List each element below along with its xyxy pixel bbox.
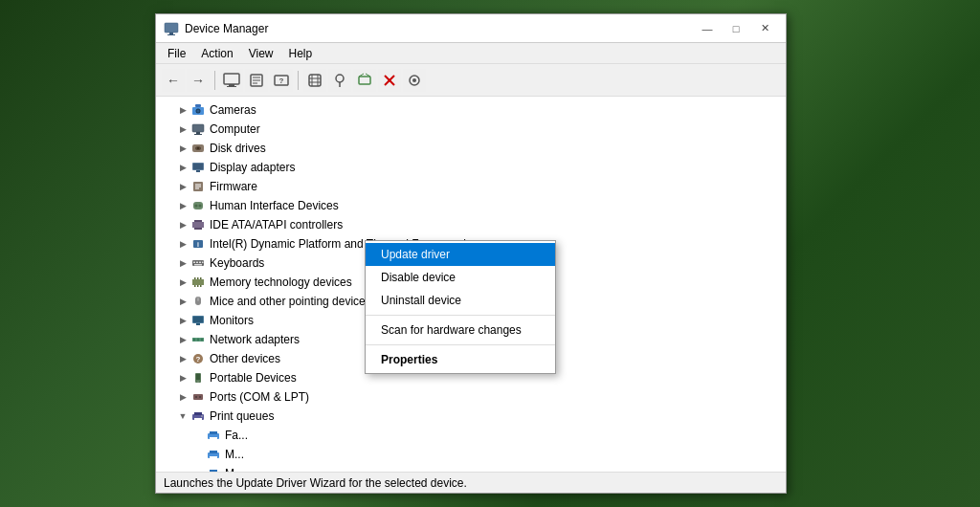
menu-action[interactable]: Action (193, 45, 240, 62)
window-controls: — □ ✕ (694, 18, 778, 39)
tree-item-print-1[interactable]: ▶ Fa... (156, 426, 786, 445)
svg-rect-32 (194, 134, 202, 135)
tree-item-ports[interactable]: ▶ Ports (COM & LPT) (156, 387, 786, 407)
computer-button[interactable] (220, 69, 243, 92)
icon-firmware (190, 179, 206, 194)
tree-item-hid[interactable]: ▶ Human Interface Devices (156, 196, 786, 215)
svg-point-80 (195, 396, 197, 398)
svg-rect-60 (200, 277, 202, 279)
title-bar: Device Manager — □ ✕ (156, 14, 786, 43)
expand-ports[interactable]: ▶ (175, 389, 190, 405)
menu-help[interactable]: Help (281, 45, 321, 62)
svg-rect-84 (194, 418, 202, 421)
svg-point-66 (197, 298, 199, 300)
label-computer: Computer (210, 122, 260, 136)
expand-monitors[interactable]: ▶ (175, 313, 190, 328)
ctx-scan-hardware[interactable]: Scan for hardware changes (366, 319, 555, 342)
icon-cameras (190, 102, 206, 118)
svg-rect-83 (194, 412, 202, 415)
ctx-properties[interactable]: Properties (366, 348, 555, 371)
scan-button[interactable] (353, 69, 376, 92)
icon-memory (190, 275, 206, 290)
icon-keyboards (190, 255, 206, 271)
expand-network[interactable]: ▶ (175, 332, 190, 347)
toolbar-separator-1 (214, 71, 215, 90)
svg-rect-88 (210, 437, 217, 440)
svg-rect-30 (192, 124, 204, 132)
label-monitors: Monitors (210, 314, 254, 327)
ctx-update-driver[interactable]: Update driver (366, 243, 555, 266)
icon-print-3 (206, 466, 221, 472)
icon-ide (190, 217, 206, 232)
icon-ports (190, 389, 206, 405)
expand-intel[interactable]: ▶ (175, 236, 190, 252)
svg-rect-46 (192, 222, 204, 228)
expand-memory[interactable]: ▶ (175, 275, 190, 290)
icon-print-2 (206, 447, 221, 462)
pin-button[interactable] (328, 69, 351, 92)
expand-display[interactable]: ▶ (175, 160, 190, 175)
tree-item-firmware[interactable]: ▶ Firmware (156, 177, 786, 196)
menu-view[interactable]: View (241, 45, 281, 62)
svg-point-72 (197, 339, 200, 342)
label-print-3: M... (225, 467, 244, 472)
svg-rect-68 (193, 317, 203, 322)
refresh-button[interactable] (303, 69, 326, 92)
expand-print[interactable]: ▼ (175, 408, 190, 424)
target-button[interactable] (403, 69, 426, 92)
expand-cameras[interactable]: ▶ (175, 102, 190, 118)
minimize-button[interactable]: — (694, 18, 721, 39)
svg-rect-37 (193, 164, 203, 169)
tree-item-print-3[interactable]: ▶ M... (156, 464, 786, 472)
tree-item-ide[interactable]: ▶ IDE ATA/ATAPI controllers (156, 215, 786, 234)
window-icon (164, 21, 179, 36)
label-network: Network adapters (210, 333, 300, 346)
close-button[interactable]: ✕ (751, 18, 778, 39)
forward-button[interactable]: → (187, 69, 210, 92)
svg-rect-58 (194, 277, 196, 279)
svg-rect-62 (197, 285, 199, 287)
ctx-disable-device[interactable]: Disable device (366, 266, 555, 289)
expand-portable[interactable]: ▶ (175, 370, 190, 386)
expand-computer[interactable]: ▶ (175, 121, 190, 137)
expand-firmware[interactable]: ▶ (175, 179, 190, 194)
svg-rect-55 (202, 262, 204, 264)
expand-mice[interactable]: ▶ (175, 294, 190, 309)
properties-button[interactable] (245, 69, 268, 92)
icon-intel: i (190, 236, 206, 252)
ctx-uninstall-device[interactable]: Uninstall device (366, 289, 555, 312)
expand-other[interactable]: ▶ (175, 351, 190, 366)
label-keyboards: Keyboards (210, 256, 264, 270)
tree-item-computer[interactable]: ▶ Computer (156, 120, 786, 139)
expand-keyboards[interactable]: ▶ (175, 255, 190, 271)
label-memory: Memory technology devices (210, 276, 352, 289)
back-button[interactable]: ← (162, 69, 185, 92)
expand-disk[interactable]: ▶ (175, 141, 190, 156)
svg-point-73 (201, 339, 204, 342)
svg-rect-4 (229, 84, 234, 86)
maximize-button[interactable]: □ (723, 18, 749, 39)
icon-display (190, 160, 206, 175)
icon-other: ? (190, 351, 206, 366)
label-display: Display adapters (210, 161, 295, 174)
icon-print-1 (206, 428, 221, 443)
tree-item-print[interactable]: ▼ Print queues (156, 407, 786, 426)
context-menu: Update driver Disable device Uninstall d… (365, 240, 556, 374)
tree-item-display[interactable]: ▶ Display adapters (156, 158, 786, 177)
label-print-1: Fa... (225, 429, 248, 442)
tree-item-cameras[interactable]: ▶ Cameras (156, 100, 786, 120)
menu-file[interactable]: File (160, 45, 193, 62)
status-bar: Launches the Update Driver Wizard for th… (156, 472, 786, 493)
label-ports: Ports (COM & LPT) (210, 390, 309, 404)
svg-rect-27 (195, 104, 201, 107)
label-portable: Portable Devices (210, 371, 297, 385)
remove-button[interactable] (378, 69, 401, 92)
expand-ide[interactable]: ▶ (175, 217, 190, 232)
label-mice: Mice and other pointing devices (210, 295, 371, 308)
svg-rect-57 (192, 279, 204, 285)
tree-item-print-2[interactable]: ▶ M... (156, 445, 786, 464)
expand-hid[interactable]: ▶ (175, 198, 190, 213)
svg-rect-53 (196, 262, 198, 264)
help-search-button[interactable]: ? (270, 69, 293, 92)
tree-item-disk[interactable]: ▶ Disk drives (156, 139, 786, 158)
